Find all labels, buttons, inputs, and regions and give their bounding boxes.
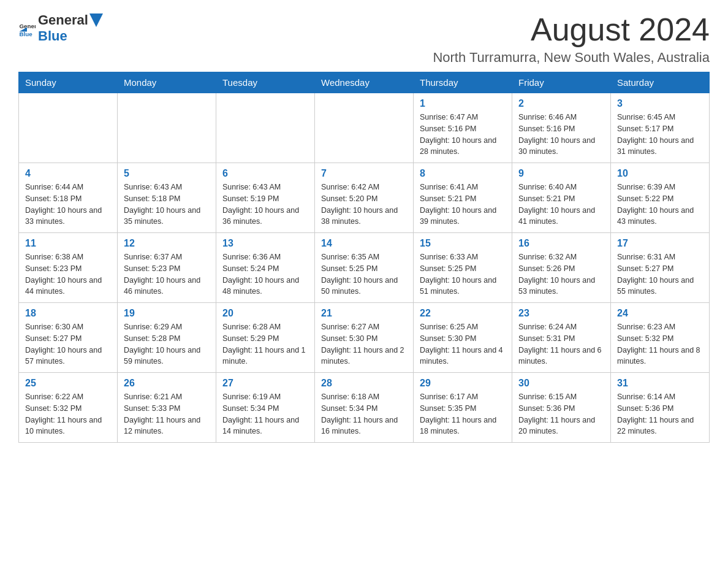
day-info-26: Sunrise: 6:21 AM Sunset: 5:33 PM Dayligh… bbox=[124, 391, 210, 437]
day-info-19: Sunrise: 6:29 AM Sunset: 5:28 PM Dayligh… bbox=[124, 321, 210, 367]
day-info-13: Sunrise: 6:36 AM Sunset: 5:24 PM Dayligh… bbox=[222, 251, 308, 297]
day-number-29: 29 bbox=[420, 378, 506, 389]
calendar-cell-w2-d0: 4Sunrise: 6:44 AM Sunset: 5:18 PM Daylig… bbox=[19, 163, 118, 233]
calendar-cell-w4-d5: 23Sunrise: 6:24 AM Sunset: 5:31 PM Dayli… bbox=[512, 303, 611, 373]
calendar-cell-w3-d2: 13Sunrise: 6:36 AM Sunset: 5:24 PM Dayli… bbox=[216, 233, 315, 303]
week-row-4: 18Sunrise: 6:30 AM Sunset: 5:27 PM Dayli… bbox=[19, 303, 710, 373]
month-title: August 2024 bbox=[433, 12, 710, 47]
calendar-cell-w4-d4: 22Sunrise: 6:25 AM Sunset: 5:30 PM Dayli… bbox=[414, 303, 512, 373]
weekday-header-monday: Monday bbox=[118, 72, 216, 93]
day-info-31: Sunrise: 6:14 AM Sunset: 5:36 PM Dayligh… bbox=[617, 391, 703, 437]
day-info-6: Sunrise: 6:43 AM Sunset: 5:19 PM Dayligh… bbox=[222, 182, 308, 228]
day-number-8: 8 bbox=[420, 168, 506, 179]
calendar-cell-w5-d6: 31Sunrise: 6:14 AM Sunset: 5:36 PM Dayli… bbox=[611, 373, 710, 443]
day-number-12: 12 bbox=[124, 238, 210, 249]
day-info-15: Sunrise: 6:33 AM Sunset: 5:25 PM Dayligh… bbox=[420, 251, 506, 297]
logo-text-general: General bbox=[38, 12, 88, 28]
calendar-cell-w5-d4: 29Sunrise: 6:17 AM Sunset: 5:35 PM Dayli… bbox=[414, 373, 512, 443]
calendar-cell-w2-d6: 10Sunrise: 6:39 AM Sunset: 5:22 PM Dayli… bbox=[611, 163, 710, 233]
calendar-cell-w2-d5: 9Sunrise: 6:40 AM Sunset: 5:21 PM Daylig… bbox=[512, 163, 611, 233]
calendar-cell-w4-d1: 19Sunrise: 6:29 AM Sunset: 5:28 PM Dayli… bbox=[118, 303, 216, 373]
day-info-1: Sunrise: 6:47 AM Sunset: 5:16 PM Dayligh… bbox=[420, 112, 506, 158]
day-info-21: Sunrise: 6:27 AM Sunset: 5:30 PM Dayligh… bbox=[321, 321, 407, 367]
day-info-8: Sunrise: 6:41 AM Sunset: 5:21 PM Dayligh… bbox=[420, 182, 506, 228]
day-number-13: 13 bbox=[222, 238, 308, 249]
day-info-5: Sunrise: 6:43 AM Sunset: 5:18 PM Dayligh… bbox=[124, 182, 210, 228]
svg-marker-3 bbox=[89, 13, 103, 27]
day-number-17: 17 bbox=[617, 238, 703, 249]
calendar-cell-w2-d4: 8Sunrise: 6:41 AM Sunset: 5:21 PM Daylig… bbox=[414, 163, 512, 233]
weekday-header-sunday: Sunday bbox=[19, 72, 118, 93]
day-number-2: 2 bbox=[518, 98, 604, 109]
calendar-cell-w5-d2: 27Sunrise: 6:19 AM Sunset: 5:34 PM Dayli… bbox=[216, 373, 315, 443]
calendar-cell-w3-d6: 17Sunrise: 6:31 AM Sunset: 5:27 PM Dayli… bbox=[611, 233, 710, 303]
calendar-cell-w4-d3: 21Sunrise: 6:27 AM Sunset: 5:30 PM Dayli… bbox=[315, 303, 414, 373]
calendar-cell-w5-d5: 30Sunrise: 6:15 AM Sunset: 5:36 PM Dayli… bbox=[512, 373, 611, 443]
day-info-14: Sunrise: 6:35 AM Sunset: 5:25 PM Dayligh… bbox=[321, 251, 407, 297]
day-number-28: 28 bbox=[321, 378, 407, 389]
day-info-10: Sunrise: 6:39 AM Sunset: 5:22 PM Dayligh… bbox=[617, 182, 703, 228]
calendar-cell-w3-d0: 11Sunrise: 6:38 AM Sunset: 5:23 PM Dayli… bbox=[19, 233, 118, 303]
day-number-3: 3 bbox=[617, 98, 703, 109]
day-number-15: 15 bbox=[420, 238, 506, 249]
day-number-23: 23 bbox=[518, 308, 604, 319]
week-row-2: 4Sunrise: 6:44 AM Sunset: 5:18 PM Daylig… bbox=[19, 163, 710, 233]
week-row-5: 25Sunrise: 6:22 AM Sunset: 5:32 PM Dayli… bbox=[19, 373, 710, 443]
day-info-22: Sunrise: 6:25 AM Sunset: 5:30 PM Dayligh… bbox=[420, 321, 506, 367]
day-number-7: 7 bbox=[321, 168, 407, 179]
day-info-29: Sunrise: 6:17 AM Sunset: 5:35 PM Dayligh… bbox=[420, 391, 506, 437]
day-info-18: Sunrise: 6:30 AM Sunset: 5:27 PM Dayligh… bbox=[25, 321, 111, 367]
day-number-30: 30 bbox=[518, 378, 604, 389]
day-info-16: Sunrise: 6:32 AM Sunset: 5:26 PM Dayligh… bbox=[518, 251, 604, 297]
logo-text-blue: Blue bbox=[38, 28, 67, 44]
weekday-header-row: SundayMondayTuesdayWednesdayThursdayFrid… bbox=[19, 72, 710, 93]
calendar-cell-w4-d0: 18Sunrise: 6:30 AM Sunset: 5:27 PM Dayli… bbox=[19, 303, 118, 373]
day-info-12: Sunrise: 6:37 AM Sunset: 5:23 PM Dayligh… bbox=[124, 251, 210, 297]
calendar-cell-w1-d2 bbox=[216, 93, 315, 163]
day-number-20: 20 bbox=[222, 308, 308, 319]
day-info-7: Sunrise: 6:42 AM Sunset: 5:20 PM Dayligh… bbox=[321, 182, 407, 228]
logo-triangle-icon bbox=[89, 13, 103, 27]
day-number-26: 26 bbox=[124, 378, 210, 389]
week-row-1: 1Sunrise: 6:47 AM Sunset: 5:16 PM Daylig… bbox=[19, 93, 710, 163]
calendar-cell-w3-d5: 16Sunrise: 6:32 AM Sunset: 5:26 PM Dayli… bbox=[512, 233, 611, 303]
weekday-header-tuesday: Tuesday bbox=[216, 72, 315, 93]
calendar-cell-w5-d3: 28Sunrise: 6:18 AM Sunset: 5:34 PM Dayli… bbox=[315, 373, 414, 443]
day-info-27: Sunrise: 6:19 AM Sunset: 5:34 PM Dayligh… bbox=[222, 391, 308, 437]
page-header: General Blue General Blue August 2024 No… bbox=[18, 12, 710, 66]
weekday-header-wednesday: Wednesday bbox=[315, 72, 414, 93]
day-number-16: 16 bbox=[518, 238, 604, 249]
day-number-14: 14 bbox=[321, 238, 407, 249]
day-info-28: Sunrise: 6:18 AM Sunset: 5:34 PM Dayligh… bbox=[321, 391, 407, 437]
day-number-19: 19 bbox=[124, 308, 210, 319]
calendar-cell-w1-d3 bbox=[315, 93, 414, 163]
day-number-9: 9 bbox=[518, 168, 604, 179]
calendar-body: 1Sunrise: 6:47 AM Sunset: 5:16 PM Daylig… bbox=[19, 93, 710, 443]
calendar-table: SundayMondayTuesdayWednesdayThursdayFrid… bbox=[18, 72, 710, 443]
title-block: August 2024 North Turramurra, New South … bbox=[433, 12, 710, 66]
calendar-cell-w5-d1: 26Sunrise: 6:21 AM Sunset: 5:33 PM Dayli… bbox=[118, 373, 216, 443]
day-info-20: Sunrise: 6:28 AM Sunset: 5:29 PM Dayligh… bbox=[222, 321, 308, 367]
day-info-23: Sunrise: 6:24 AM Sunset: 5:31 PM Dayligh… bbox=[518, 321, 604, 367]
calendar-cell-w1-d6: 3Sunrise: 6:45 AM Sunset: 5:17 PM Daylig… bbox=[611, 93, 710, 163]
weekday-header-friday: Friday bbox=[512, 72, 611, 93]
calendar-cell-w3-d1: 12Sunrise: 6:37 AM Sunset: 5:23 PM Dayli… bbox=[118, 233, 216, 303]
svg-text:Blue: Blue bbox=[19, 31, 32, 37]
day-info-30: Sunrise: 6:15 AM Sunset: 5:36 PM Dayligh… bbox=[518, 391, 604, 437]
calendar-cell-w2-d1: 5Sunrise: 6:43 AM Sunset: 5:18 PM Daylig… bbox=[118, 163, 216, 233]
day-number-18: 18 bbox=[25, 308, 111, 319]
day-info-11: Sunrise: 6:38 AM Sunset: 5:23 PM Dayligh… bbox=[25, 251, 111, 297]
day-number-1: 1 bbox=[420, 98, 506, 109]
calendar-header: SundayMondayTuesdayWednesdayThursdayFrid… bbox=[19, 72, 710, 93]
day-number-21: 21 bbox=[321, 308, 407, 319]
calendar-cell-w1-d1 bbox=[118, 93, 216, 163]
day-info-17: Sunrise: 6:31 AM Sunset: 5:27 PM Dayligh… bbox=[617, 251, 703, 297]
calendar-cell-w5-d0: 25Sunrise: 6:22 AM Sunset: 5:32 PM Dayli… bbox=[19, 373, 118, 443]
day-number-4: 4 bbox=[25, 168, 111, 179]
day-number-27: 27 bbox=[222, 378, 308, 389]
calendar-cell-w1-d5: 2Sunrise: 6:46 AM Sunset: 5:16 PM Daylig… bbox=[512, 93, 611, 163]
location-title: North Turramurra, New South Wales, Austr… bbox=[433, 50, 710, 66]
day-number-10: 10 bbox=[617, 168, 703, 179]
calendar-cell-w1-d4: 1Sunrise: 6:47 AM Sunset: 5:16 PM Daylig… bbox=[414, 93, 512, 163]
day-number-31: 31 bbox=[617, 378, 703, 389]
